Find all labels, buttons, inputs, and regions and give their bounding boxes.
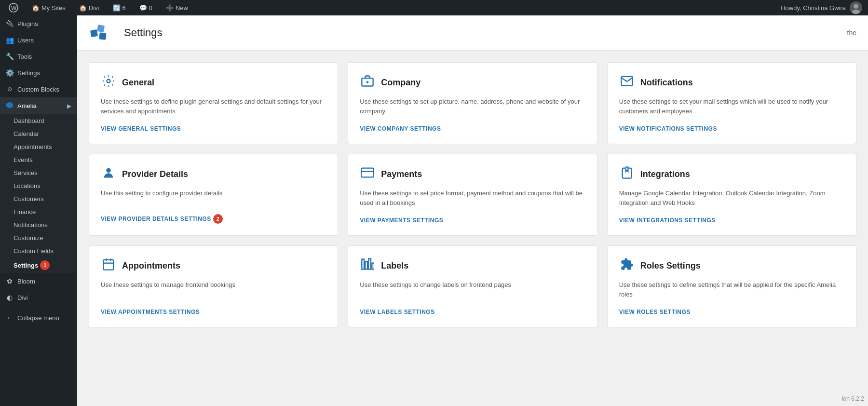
sidebar-item-tools[interactable]: 🔧 Tools xyxy=(0,48,77,65)
sidebar-sub-services[interactable]: Services xyxy=(0,166,77,179)
appointments-description: Use these settings to manage frontend bo… xyxy=(101,280,326,299)
labels-link-row: VIEW LABELS SETTINGS xyxy=(360,309,585,315)
card-appointments: Appointments Use these settings to manag… xyxy=(89,245,338,327)
new-link[interactable]: ➕ New xyxy=(163,0,191,15)
sidebar-item-bloom[interactable]: ✿ Bloom xyxy=(0,273,77,289)
roles-link[interactable]: VIEW ROLES SETTINGS xyxy=(619,309,691,315)
admin-bar: W 🏠 My Sites 🏠 Divi 🔄 6 💬 0 ➕ New Howdy,… xyxy=(0,0,868,15)
sidebar-item-collapse[interactable]: ← Collapse menu xyxy=(0,310,77,326)
sidebar-sub-customers[interactable]: Customers xyxy=(0,192,77,205)
main-layout: 🔌 Plugins 👥 Users 🔧 Tools ⚙️ Settings ⊙ … xyxy=(0,15,868,406)
company-link[interactable]: VIEW COMPANY SETTINGS xyxy=(360,125,441,132)
card-roles: Roles Settings Use these settings to def… xyxy=(607,245,856,327)
sidebar-sub-appointments[interactable]: Appointments xyxy=(0,140,77,153)
sidebar-item-plugins[interactable]: 🔌 Plugins xyxy=(0,15,77,32)
svg-point-15 xyxy=(106,168,110,173)
settings-label: Settings xyxy=(17,69,40,77)
provider-link[interactable]: VIEW PROVIDER DETAILS SETTINGS xyxy=(101,216,211,222)
labels-description: Use these settings to change labels on f… xyxy=(360,280,585,299)
roles-title: Roles Settings xyxy=(640,261,701,271)
version-text: ion 6.2.2 xyxy=(842,395,864,402)
sidebar-item-amelia[interactable]: Amelia ▶ xyxy=(0,97,77,114)
users-icon: 👥 xyxy=(6,36,14,44)
updates-link[interactable]: 🔄 6 xyxy=(110,0,129,15)
tools-label: Tools xyxy=(17,53,32,60)
sidebar-sub-finance[interactable]: Finance xyxy=(0,205,77,218)
plugins-label: Plugins xyxy=(17,20,38,27)
sidebar-item-users[interactable]: 👥 Users xyxy=(0,32,77,48)
divi-icon: ◐ xyxy=(6,294,14,301)
sidebar-sub-settings[interactable]: Settings 1 xyxy=(0,257,77,273)
provider-description: Use this setting to configure provider d… xyxy=(101,189,326,204)
page-title: Settings xyxy=(124,27,163,39)
appointments-link-row: VIEW APPOINTMENTS SETTINGS xyxy=(101,309,326,315)
payments-link[interactable]: VIEW PAYMENTS SETTINGS xyxy=(360,217,443,224)
settings-icon: ⚙️ xyxy=(6,69,14,77)
new-icon: ➕ xyxy=(166,4,174,12)
svg-rect-10 xyxy=(99,32,106,40)
sidebar-sub-calendar[interactable]: Calendar xyxy=(0,127,77,140)
sidebar-item-settings[interactable]: ⚙️ Settings xyxy=(0,65,77,81)
amelia-arrow: ▶ xyxy=(67,103,71,109)
notifications-link[interactable]: VIEW NOTIFICATIONS SETTINGS xyxy=(619,125,717,132)
card-integrations-header: Integrations xyxy=(619,166,844,183)
settings-badge: 1 xyxy=(40,260,50,270)
integrations-description: Manage Google Calendar Integration, Outl… xyxy=(619,189,844,207)
svg-point-11 xyxy=(107,80,110,83)
svg-rect-16 xyxy=(361,168,374,177)
page-header: Settings the xyxy=(77,15,868,51)
custom-blocks-label: Custom Blocks xyxy=(17,86,59,93)
content-area: Settings the General Use these settings … xyxy=(77,15,868,406)
payments-title: Payments xyxy=(381,169,422,179)
sidebar-sub-dashboard[interactable]: Dashboard xyxy=(0,114,77,127)
svg-rect-24 xyxy=(369,258,371,269)
payments-link-row: VIEW PAYMENTS SETTINGS xyxy=(360,217,585,224)
svg-text:W: W xyxy=(11,5,17,12)
integrations-link[interactable]: VIEW INTEGRATIONS SETTINGS xyxy=(619,217,716,224)
appointments-icon xyxy=(101,257,116,274)
sidebar-sub-customize[interactable]: Customize xyxy=(0,231,77,244)
card-company: Company Use these settings to set up pic… xyxy=(348,62,597,144)
appointments-title: Appointments xyxy=(122,261,180,271)
custom-blocks-icon: ⊙ xyxy=(6,86,14,93)
card-roles-header: Roles Settings xyxy=(619,257,844,274)
sidebar-sub-notifications[interactable]: Notifications xyxy=(0,218,77,231)
sidebar-sub-custom-fields[interactable]: Custom Fields xyxy=(0,244,77,257)
sidebar-sub-events[interactable]: Events xyxy=(0,153,77,166)
sidebar-item-divi[interactable]: ◐ Divi xyxy=(0,289,77,306)
users-label: Users xyxy=(17,37,34,44)
appointments-link[interactable]: VIEW APPOINTMENTS SETTINGS xyxy=(101,309,200,315)
collapse-label: Collapse menu xyxy=(17,314,59,322)
svg-rect-9 xyxy=(97,25,105,32)
roles-description: Use these settings to define settings th… xyxy=(619,280,844,299)
labels-icon xyxy=(360,257,375,274)
svg-marker-5 xyxy=(6,102,13,108)
notifications-link-row: VIEW NOTIFICATIONS SETTINGS xyxy=(619,125,844,132)
my-sites-label: My Sites xyxy=(41,4,66,12)
labels-link[interactable]: VIEW LABELS SETTINGS xyxy=(360,309,434,315)
general-link-row: VIEW GENERAL SETTINGS xyxy=(101,125,326,132)
labels-title: Labels xyxy=(381,261,408,271)
card-provider-header: Provider Details xyxy=(101,166,326,183)
sidebar-sub-locations[interactable]: Locations xyxy=(0,179,77,192)
svg-rect-23 xyxy=(366,261,368,269)
user-greeting: Howdy, Christina Gwira xyxy=(781,4,846,12)
integrations-link-row: VIEW INTEGRATIONS SETTINGS xyxy=(619,217,844,224)
card-notifications: Notifications Use these settings to set … xyxy=(607,62,856,144)
updates-icon: 🔄 xyxy=(113,4,121,12)
general-link[interactable]: VIEW GENERAL SETTINGS xyxy=(101,125,181,132)
my-sites-icon: 🏠 xyxy=(32,4,40,12)
company-link-row: VIEW COMPANY SETTINGS xyxy=(360,125,585,132)
notifications-title: Notifications xyxy=(640,78,693,88)
amelia-icon xyxy=(6,101,14,110)
comments-icon: 💬 xyxy=(139,4,147,12)
notifications-description: Use these settings to set your mail sett… xyxy=(619,97,844,116)
comments-link[interactable]: 💬 0 xyxy=(136,0,155,15)
amelia-label: Amelia xyxy=(17,102,37,109)
header-divider xyxy=(116,25,116,41)
sidebar-item-custom-blocks[interactable]: ⊙ Custom Blocks xyxy=(0,81,77,97)
my-sites-link[interactable]: 🏠 My Sites xyxy=(29,0,68,15)
site-link[interactable]: 🏠 Divi xyxy=(76,0,102,15)
wp-logo[interactable]: W xyxy=(6,0,21,15)
card-labels: Labels Use these settings to change labe… xyxy=(348,245,597,327)
